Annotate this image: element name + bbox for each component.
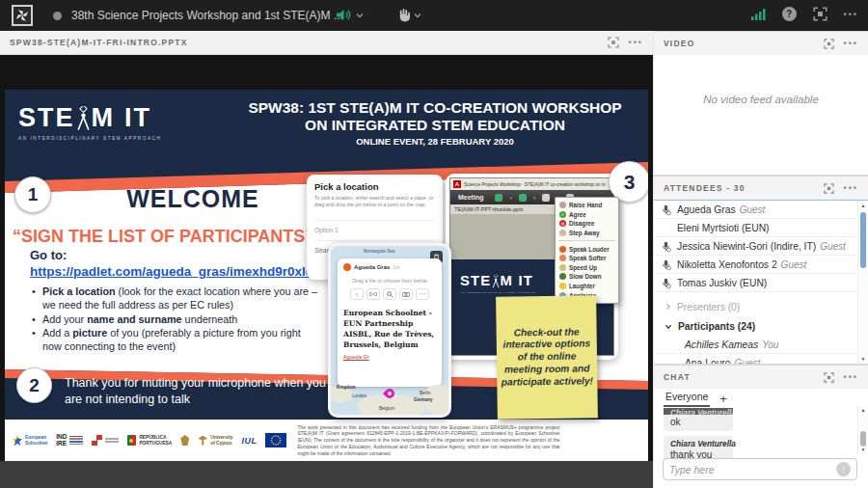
link-icon (366, 288, 380, 300)
scrollbar-thumb[interactable] (860, 212, 866, 268)
new-chat-tab-icon[interactable]: + (719, 392, 727, 406)
chat-tabs: Everyone + (654, 389, 868, 406)
speak-louder-icon (559, 246, 566, 253)
chat-message: Chiara Venturella ok (664, 408, 733, 431)
attendee-row[interactable]: Agueda GrasGuest (654, 201, 868, 219)
sticky-note: Check-out the interactive options of the… (496, 295, 598, 419)
attendee-row[interactable]: Jessica Niewint-Gori (Indire, IT)Guest (654, 237, 868, 256)
slide-title-line2: ON INTEGRATED STEM EDUCATION (225, 117, 645, 134)
avatar (343, 263, 351, 271)
logo-person-icon (491, 274, 500, 287)
logo-person-icon (75, 106, 92, 131)
attendee-row[interactable]: Achilles KameasYou (654, 336, 868, 354)
pod-menu-icon[interactable]: ••• (844, 372, 858, 382)
help-icon[interactable]: ? (782, 7, 797, 21)
chat-input[interactable] (669, 464, 836, 475)
menu-item: –Step Away (556, 229, 618, 238)
chat-sender: Chiara Venturella (670, 439, 726, 448)
top-right-icons: ? ••• (751, 7, 858, 21)
chat-input-row: ↑ (663, 458, 857, 480)
scroll-down-icon[interactable]: ▼ (858, 447, 868, 452)
instruction-bullets: Pick a location (look for the exact loca… (30, 285, 321, 355)
scroll-up-icon[interactable]: ▲ (858, 203, 868, 208)
bullet-item: Pick a location (look for the exact loca… (30, 285, 321, 312)
drag-hint: Drag a file or choose from below (343, 278, 436, 284)
map-label: Belgium (379, 406, 394, 411)
european-schoolnet-logo: EuropeanSchoolnet (13, 435, 47, 447)
pod-fullscreen-icon[interactable] (824, 372, 834, 383)
post-author-link: Agueda Gr (343, 354, 436, 360)
pod-fullscreen-icon[interactable] (824, 39, 834, 49)
attendee-row[interactable]: Eleni Myrtsioti (EUN) (654, 219, 868, 237)
pod-menu-icon[interactable]: ••• (844, 39, 858, 48)
participants-group-row[interactable]: Participants (24) (654, 316, 868, 336)
app-logo-icon[interactable] (12, 5, 33, 26)
menu-item: Raise Hand (556, 201, 618, 210)
chat-scrollbar[interactable]: ▲ ▼ (857, 406, 867, 453)
attendee-row[interactable]: Nikoletta Xenofontos 2Guest (654, 256, 868, 274)
attendees-pod-header: ATTENDEES - 30 ••• (654, 176, 868, 200)
padlet-link[interactable]: https://padlet.com/agueda_gras/imexhd9r0… (30, 264, 312, 279)
pod-fullscreen-icon[interactable] (608, 37, 619, 48)
attendee-row[interactable]: Tomas Juskiv (EUN) (654, 274, 868, 292)
pod-fullscreen-icon[interactable] (824, 183, 834, 194)
microphone-icon (519, 194, 527, 202)
search-icon (383, 288, 396, 300)
more-icon: ⋯ (416, 288, 429, 300)
speaker-control[interactable] (336, 8, 364, 22)
sign-list-callout: “SIGN THE LIST OF PARTICIPANTS” (13, 227, 337, 247)
chevron-right-icon (665, 303, 671, 311)
map-label: London (352, 393, 366, 398)
steam-it-logo: STE M IT AN INTERDISCIPLINARY STEM APPRO… (18, 103, 161, 141)
scroll-down-icon[interactable]: ▼ (858, 356, 868, 362)
upload-icon: ↑ (350, 288, 364, 300)
attendee-row[interactable]: Ana LouroGuest (654, 354, 868, 364)
step-away-icon: – (559, 230, 566, 236)
hand-icon (397, 8, 410, 22)
menu-item: Speak Louder (556, 244, 618, 254)
attachment-toolbar: ↑ ⋯ (343, 288, 436, 300)
croatian-ministry-logo (92, 435, 119, 446)
goto-label: Go to: (30, 248, 67, 262)
share-stage: STE M IT AN INTERDISCIPLINARY STEM APPRO… (0, 55, 653, 488)
connection-strength-icon[interactable] (751, 8, 766, 20)
pod-menu-icon[interactable]: ••• (629, 38, 643, 47)
slide-title-block: SPW38: 1ST STE(A)M IT CO-CREATION WORKSH… (225, 99, 645, 147)
scrollbar-thumb[interactable] (860, 431, 866, 447)
chat-pod-header: CHAT ••• (654, 366, 868, 389)
welcome-heading: WELCOME (84, 185, 302, 213)
chevron-down-icon (356, 12, 364, 19)
map-label-sea: Norwegian Sea (364, 249, 394, 254)
webcam-icon (542, 194, 550, 202)
agree-icon: ✓ (559, 211, 566, 218)
meeting-title: 38th Science Projects Workshop and 1st S… (71, 9, 343, 22)
attendees-scrollbar[interactable]: ▲ ▼ (857, 201, 867, 364)
map-label: Kingdom (337, 385, 356, 390)
more-options-icon[interactable]: ••• (844, 10, 858, 19)
scroll-up-icon[interactable]: ▲ (858, 407, 868, 413)
meeting-app-window: 38th Science Projects Workshop and 1st S… (0, 0, 868, 488)
fullscreen-icon[interactable] (813, 7, 827, 21)
step-2-text: Thank you for muting your microphone whe… (65, 375, 335, 408)
menu-item: Speed Up (556, 263, 618, 273)
pod-menu-icon[interactable]: ••• (844, 183, 858, 193)
attendee-list: Agueda GrasGuest Eleni Myrtsioti (EUN) J… (654, 200, 868, 364)
iul-logo: IUL (241, 436, 257, 446)
funding-disclaimer: The work presented in this document has … (297, 424, 559, 457)
chevron-down-icon (414, 12, 421, 19)
laughter-icon (559, 283, 566, 289)
menu-item: Slow Down (556, 272, 618, 282)
raise-hand-icon (559, 202, 566, 208)
indire-logo: INDIRE (56, 434, 83, 447)
post-author: Agueda Gras (354, 264, 390, 270)
status-dot (53, 12, 62, 20)
microphone-icon (661, 278, 671, 289)
presenters-group-row[interactable]: Presenters (0) (654, 297, 868, 316)
pick-location-title: Pick a location (314, 181, 435, 192)
tab-everyone[interactable]: Everyone (664, 391, 710, 407)
post-address: European Schoolnet - EUN Partnership AIS… (343, 308, 436, 350)
send-message-icon[interactable]: ↑ (836, 462, 851, 476)
map: Kingdom London Berlin Germany Belgium (331, 383, 448, 415)
step-2-badge: 2 (16, 367, 52, 403)
raise-hand-control[interactable] (397, 8, 421, 22)
